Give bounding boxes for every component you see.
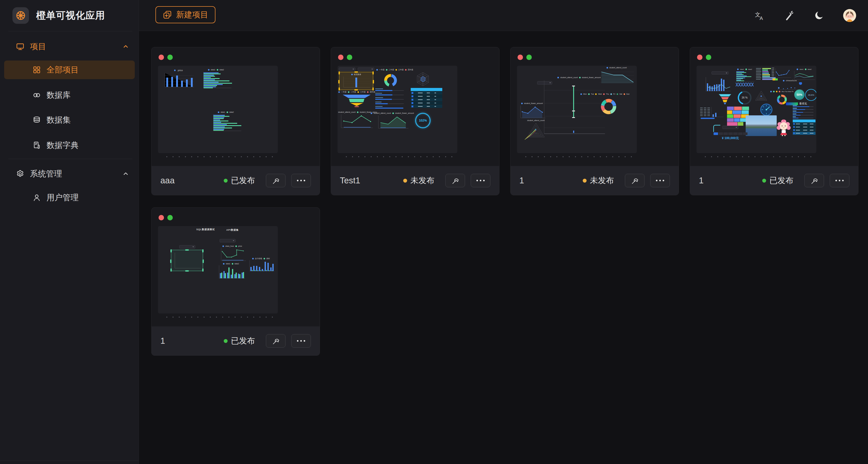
dots-divider	[164, 156, 276, 157]
project-thumbnail[interactable]: 献花数量 一年级二年级三年级四年级	[338, 66, 457, 153]
app-logo-row: 橙单可视化应用	[0, 0, 138, 24]
mini-dropdown	[358, 67, 374, 71]
project-thumbnail[interactable]: price data1data2	[158, 66, 278, 153]
widget-title: API数据集	[226, 228, 239, 232]
more-actions-button[interactable]	[650, 174, 670, 187]
more-actions-button[interactable]	[830, 174, 849, 187]
sidebar-group-label: 项目	[30, 41, 46, 52]
project-card: 献花数量 一年级二年级三年级四年级	[331, 47, 499, 195]
ellipsis-icon	[656, 180, 664, 181]
mini-donut-chart	[383, 73, 398, 88]
sidebar-item-dictionary[interactable]: 数据字典	[0, 137, 139, 154]
sidebar-item-label: 数据集	[46, 115, 71, 125]
mini-corner-bracket	[713, 125, 721, 132]
project-thumbnail[interactable]: SQL数据源测试 API数据集 class_hourprice	[158, 226, 278, 313]
divider	[8, 159, 132, 159]
mini-mascot	[776, 120, 791, 136]
sidebar-item-label: 用户管理	[46, 192, 79, 203]
project-thumbnail[interactable]: data1data2	[696, 66, 816, 153]
mini-legend: 一年级二年级三年级四年级	[375, 68, 414, 71]
edit-project-button[interactable]	[266, 174, 285, 187]
sidebar-item-all-projects[interactable]: 全部项目	[4, 61, 135, 79]
dots-divider	[164, 316, 276, 318]
mini-icon-row	[735, 82, 754, 87]
mini-line-chart: data1data2	[793, 68, 815, 81]
project-name: Test1	[340, 176, 360, 185]
translate-icon[interactable]: 文 A	[753, 9, 765, 22]
project-card: SQL数据源测试 API数据集 class_hourprice	[151, 208, 320, 355]
sidebar-item-database[interactable]: 数据库	[0, 87, 139, 103]
svg-text:A: A	[760, 16, 763, 21]
mini-table	[411, 88, 442, 109]
mini-hbar-chart: data1data2	[734, 68, 755, 83]
mini-photo	[746, 115, 777, 136]
mini-donut-chart	[599, 97, 618, 116]
project-name: aaa	[160, 176, 175, 185]
sidebar-item-label: 数据字典	[46, 140, 79, 151]
project-card: data1data2	[690, 47, 859, 195]
green-dot	[706, 55, 711, 60]
new-project-icon	[163, 10, 172, 20]
dark-mode-moon-icon[interactable]	[813, 9, 825, 22]
mini-percent-ring: 25.00%	[805, 89, 816, 101]
mini-legend: MonTue WedThu FriSat Sun	[575, 93, 636, 96]
edit-project-button[interactable]	[266, 334, 285, 348]
project-thumbnail[interactable]: student_attend_count student_attend_coun…	[517, 66, 637, 153]
dots-divider	[702, 156, 814, 157]
mini-percent-circle: 50%	[794, 90, 805, 100]
mini-line-chart: student_attend_countstudent_flower_amou	[338, 111, 374, 130]
ellipsis-icon	[297, 340, 305, 342]
sidebar-item-dataset[interactable]: 数据集	[0, 112, 139, 128]
mini-triangle-radar	[755, 91, 767, 101]
mini-progress-list	[375, 89, 406, 109]
new-project-button[interactable]: 新建项目	[155, 6, 215, 23]
card-footer: Test1 未发布	[331, 166, 499, 195]
link-icon	[32, 91, 41, 100]
magic-wand-icon[interactable]	[783, 9, 795, 22]
mini-line-chart	[774, 68, 791, 79]
red-dot	[338, 55, 343, 60]
project-card: student_attend_count student_attend_coun…	[510, 47, 679, 195]
grid-icon	[32, 65, 41, 74]
mini-hbar-chart: data1data2	[200, 68, 232, 90]
ellipsis-icon	[297, 180, 305, 181]
hammer-icon	[810, 176, 818, 185]
status-badge: 已发布	[224, 175, 255, 186]
hammer-icon	[630, 176, 639, 185]
mini-dropdown	[220, 239, 236, 242]
mini-gauge: 36 %	[737, 90, 752, 105]
edit-project-button[interactable]	[804, 174, 824, 187]
chevron-up-icon	[122, 170, 130, 178]
mini-candle-chart: student_attend_countstudent_flower_amoun…	[548, 76, 610, 79]
mini-dropdown	[339, 67, 355, 71]
user-avatar[interactable]	[843, 9, 856, 22]
chevron-up-icon	[122, 43, 130, 51]
sidebar-group-project[interactable]: 项目	[0, 38, 139, 55]
project-name: 1	[160, 336, 165, 346]
mini-hbar-chart: data1data2	[210, 111, 242, 133]
more-actions-button[interactable]	[291, 174, 311, 187]
more-actions-button[interactable]	[291, 334, 311, 348]
mini-bar-chart: price	[162, 69, 195, 89]
project-name: 1	[699, 176, 704, 185]
card-footer: 1 未发布	[510, 166, 679, 195]
ellipsis-icon	[476, 180, 485, 181]
mini-tabs	[714, 132, 747, 135]
card-footer: aaa 已发布	[152, 166, 320, 195]
mini-area-chart: student_attend_countstudent_flower_amoun…	[375, 112, 409, 130]
status-dot	[403, 179, 407, 183]
mini-bar-chart: 合计价格课时	[247, 257, 275, 273]
sidebar-group-system[interactable]: 系统管理	[0, 165, 139, 182]
sidebar-item-user-management[interactable]: 用户管理	[0, 189, 139, 206]
status-dot	[583, 179, 587, 183]
more-actions-button[interactable]	[471, 174, 490, 187]
status-label: 未发布	[410, 175, 435, 186]
green-dot	[167, 215, 173, 220]
edit-project-button[interactable]	[445, 174, 465, 187]
mini-radar-chart	[414, 71, 431, 87]
status-badge: 已发布	[224, 336, 255, 346]
mini-line-chart: student_flower_amount	[518, 102, 547, 121]
mini-speedometer	[760, 103, 773, 116]
green-dot	[526, 55, 532, 60]
edit-project-button[interactable]	[625, 174, 645, 187]
